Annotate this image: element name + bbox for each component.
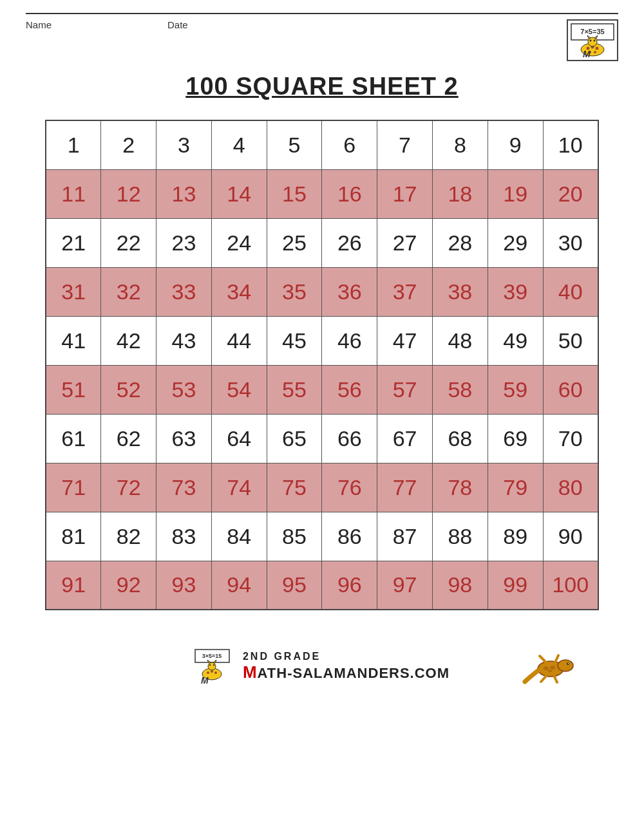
grid-cell: 12: [101, 169, 156, 218]
grid-cell: 82: [101, 512, 156, 561]
footer-site: MATH-SALAMANDERS.COM: [243, 662, 450, 682]
table-row: 31323334353637383940: [46, 267, 598, 316]
table-row: 51525354555657585960: [46, 365, 598, 414]
grid-cell: 46: [322, 316, 377, 365]
svg-line-31: [554, 675, 557, 682]
grid-cell: 63: [156, 414, 212, 463]
grid-cell: 78: [432, 463, 488, 512]
grid-cell: 11: [46, 169, 101, 218]
grid-cell: 86: [322, 512, 377, 561]
grid-cell: 83: [156, 512, 212, 561]
grid-cell: 85: [267, 512, 322, 561]
table-row: 12345678910: [46, 120, 598, 169]
grid-cell: 28: [432, 218, 488, 267]
grid-cell: 4: [211, 120, 267, 169]
grid-cell: 53: [156, 365, 212, 414]
grid-cell: 13: [156, 169, 212, 218]
grid-cell: 55: [267, 365, 322, 414]
footer-gecko-right: [522, 646, 580, 688]
gecko-icon: [522, 646, 580, 685]
footer: 3×5=15 M 2ND GRADE MATH-SALAMANDERS.COM: [26, 649, 618, 684]
table-row: 81828384858687888990: [46, 512, 598, 561]
grid-cell: 6: [322, 120, 377, 169]
grid-cell: 3: [156, 120, 212, 169]
grid-cell: 19: [488, 169, 543, 218]
svg-text:3×5=15: 3×5=15: [202, 653, 222, 659]
grid-cell: 76: [322, 463, 377, 512]
grid-cell: 26: [322, 218, 377, 267]
grid-cell: 36: [322, 267, 377, 316]
grid-cell: 5: [267, 120, 322, 169]
grid-cell: 42: [101, 316, 156, 365]
svg-point-27: [558, 660, 573, 671]
grid-cell: 34: [211, 267, 267, 316]
svg-point-35: [550, 666, 555, 669]
footer-site-text: ATH-SALAMANDERS.COM: [258, 665, 450, 681]
grid-cell: 58: [432, 365, 488, 414]
grid-cell: 56: [322, 365, 377, 414]
grid-cell: 32: [101, 267, 156, 316]
svg-point-10: [594, 40, 596, 42]
footer-m-letter: M: [243, 662, 258, 682]
svg-point-21: [209, 664, 211, 666]
svg-point-9: [590, 40, 592, 42]
table-row: 11121314151617181920: [46, 169, 598, 218]
footer-grade: 2ND GRADE: [243, 651, 321, 662]
grid-cell: 8: [432, 120, 488, 169]
table-row: 71727374757677787980: [46, 463, 598, 512]
grid-cell: 49: [488, 316, 543, 365]
grid-cell: 51: [46, 365, 101, 414]
grid-cell: 47: [377, 316, 433, 365]
grid-cell: 75: [267, 463, 322, 512]
grid-cell: 95: [267, 561, 322, 610]
top-left-labels: Name Date: [26, 19, 188, 30]
page: Name Date 7×5=35: [0, 0, 644, 833]
svg-point-17: [207, 671, 209, 674]
logo-top-right: 7×5=35 M: [567, 19, 618, 61]
grid-cell: 45: [267, 316, 322, 365]
grid-cell: 67: [377, 414, 433, 463]
grid-cell: 33: [156, 267, 212, 316]
svg-point-20: [208, 662, 216, 670]
grid-cell: 31: [46, 267, 101, 316]
grid-cell: 52: [101, 365, 156, 414]
grid-cell: 64: [211, 414, 267, 463]
grid-cell: 39: [488, 267, 543, 316]
grid-cell: 90: [543, 512, 598, 561]
grid-cell: 15: [267, 169, 322, 218]
grid-cell: 73: [156, 463, 212, 512]
grid-cell: 96: [322, 561, 377, 610]
grid-cell: 1: [46, 120, 101, 169]
grid-cell: 92: [101, 561, 156, 610]
grid-cell: 74: [211, 463, 267, 512]
date-label: Date: [167, 19, 188, 30]
grid-cell: 88: [432, 512, 488, 561]
grid-cell: 72: [101, 463, 156, 512]
grid-cell: 98: [432, 561, 488, 610]
grid-cell: 87: [377, 512, 433, 561]
grid-cell: 50: [543, 316, 598, 365]
grid-cell: 18: [432, 169, 488, 218]
grid-cell: 99: [488, 561, 543, 610]
name-label: Name: [26, 19, 52, 30]
table-row: 41424344454647484950: [46, 316, 598, 365]
grid-cell: 29: [488, 218, 543, 267]
grid-cell: 37: [377, 267, 433, 316]
grid-cell: 69: [488, 414, 543, 463]
table-row: 21222324252627282930: [46, 218, 598, 267]
grid-cell: 71: [46, 463, 101, 512]
grid-cell: 22: [101, 218, 156, 267]
svg-point-5: [596, 47, 599, 50]
svg-point-36: [548, 669, 552, 672]
grid-cell: 20: [543, 169, 598, 218]
svg-text:7×5=35: 7×5=35: [580, 28, 604, 35]
footer-leopard-icon: 3×5=15 M: [194, 649, 230, 684]
grid-cell: 7: [377, 120, 433, 169]
grid-cell: 54: [211, 365, 267, 414]
grid-cell: 68: [432, 414, 488, 463]
svg-point-28: [567, 662, 569, 665]
svg-point-22: [213, 664, 214, 666]
grid-cell: 91: [46, 561, 101, 610]
svg-point-29: [568, 662, 569, 663]
grid-container: 1234567891011121314151617181920212223242…: [45, 120, 599, 610]
